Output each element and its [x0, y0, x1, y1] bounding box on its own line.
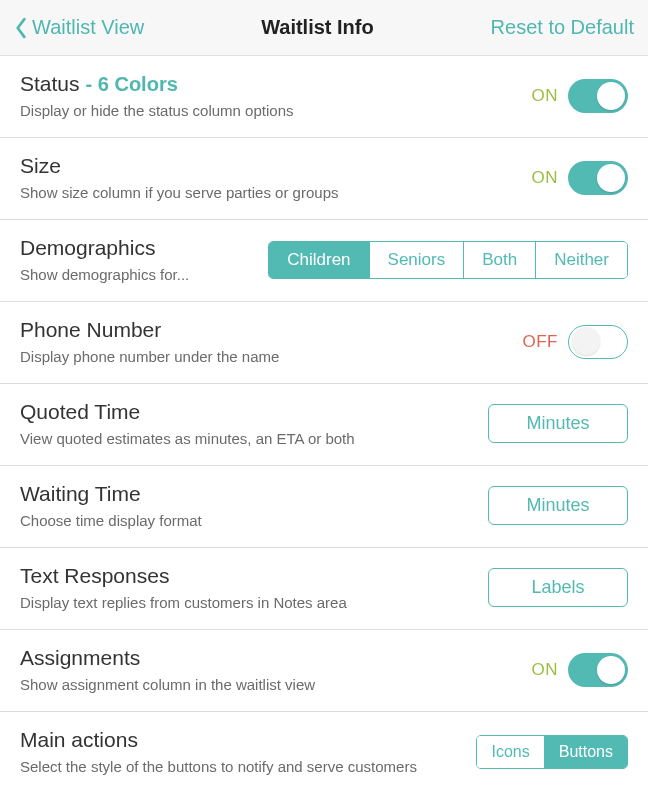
row-subtitle: Show assignment column in the waitlist v…	[20, 676, 520, 693]
toggle-state-label: ON	[532, 168, 559, 188]
row-subtitle: Show demographics for...	[20, 266, 256, 283]
row-title: Waiting Time	[20, 482, 476, 506]
status-toggle[interactable]	[568, 79, 628, 113]
waiting-time-select[interactable]: Minutes	[488, 486, 628, 525]
segment-seniors[interactable]: Seniors	[370, 242, 465, 278]
row-title: Status	[20, 72, 80, 96]
row-title: Main actions	[20, 728, 464, 752]
row-main-actions: Main actions Select the style of the but…	[0, 712, 648, 786]
settings-list: Status - 6 Colors Display or hide the st…	[0, 56, 648, 786]
text-responses-select[interactable]: Labels	[488, 568, 628, 607]
row-subtitle: Choose time display format	[20, 512, 476, 529]
row-title: Assignments	[20, 646, 520, 670]
reset-button[interactable]: Reset to Default	[491, 16, 634, 39]
row-title: Phone Number	[20, 318, 511, 342]
row-waiting-time: Waiting Time Choose time display format …	[0, 466, 648, 548]
back-button[interactable]: Waitlist View	[14, 16, 144, 39]
row-title: Demographics	[20, 236, 256, 260]
row-subtitle: Select the style of the buttons to notif…	[20, 758, 464, 775]
row-title: Size	[20, 154, 520, 178]
row-demographics: Demographics Show demographics for... Ch…	[0, 220, 648, 302]
back-label: Waitlist View	[32, 16, 144, 39]
segment-neither[interactable]: Neither	[536, 242, 627, 278]
toggle-state-label: ON	[532, 660, 559, 680]
status-colors-badge[interactable]: - 6 Colors	[86, 73, 178, 96]
row-title: Quoted Time	[20, 400, 476, 424]
size-toggle[interactable]	[568, 161, 628, 195]
row-status: Status - 6 Colors Display or hide the st…	[0, 56, 648, 138]
phone-toggle[interactable]	[568, 325, 628, 359]
row-quoted-time: Quoted Time View quoted estimates as min…	[0, 384, 648, 466]
row-subtitle: Display or hide the status column option…	[20, 102, 520, 119]
row-phone-number: Phone Number Display phone number under …	[0, 302, 648, 384]
toggle-state-label: ON	[532, 86, 559, 106]
toggle-state-label: OFF	[523, 332, 559, 352]
page-title: Waitlist Info	[261, 16, 374, 39]
segment-icons[interactable]: Icons	[477, 736, 544, 768]
segment-both[interactable]: Both	[464, 242, 536, 278]
row-size: Size Show size column if you serve parti…	[0, 138, 648, 220]
assignments-toggle[interactable]	[568, 653, 628, 687]
row-title: Text Responses	[20, 564, 476, 588]
segment-children[interactable]: Children	[269, 242, 369, 278]
main-actions-segmented[interactable]: Icons Buttons	[476, 735, 628, 769]
segment-buttons[interactable]: Buttons	[545, 736, 627, 768]
row-text-responses: Text Responses Display text replies from…	[0, 548, 648, 630]
demographics-segmented[interactable]: Children Seniors Both Neither	[268, 241, 628, 279]
row-subtitle: View quoted estimates as minutes, an ETA…	[20, 430, 476, 447]
row-subtitle: Display text replies from customers in N…	[20, 594, 476, 611]
row-assignments: Assignments Show assignment column in th…	[0, 630, 648, 712]
row-subtitle: Show size column if you serve parties or…	[20, 184, 520, 201]
chevron-left-icon	[14, 17, 28, 39]
row-subtitle: Display phone number under the name	[20, 348, 511, 365]
quoted-time-select[interactable]: Minutes	[488, 404, 628, 443]
header-bar: Waitlist View Waitlist Info Reset to Def…	[0, 0, 648, 56]
